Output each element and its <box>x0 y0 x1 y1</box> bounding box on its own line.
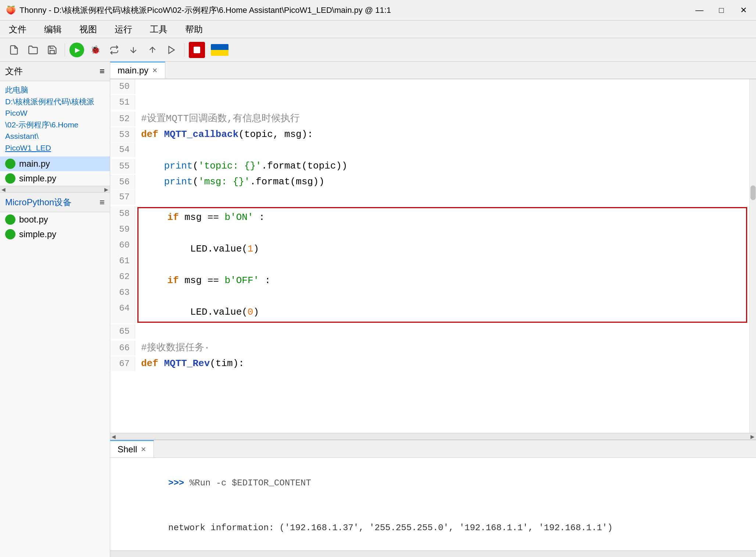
sidebar-horizontal-scroll[interactable]: ◀ ▶ <box>0 186 110 192</box>
shell-command-line: >>> %Run -c $EDITOR_CONTENT <box>110 461 756 506</box>
minimize-button[interactable]: — <box>693 4 706 17</box>
hl-code-61 <box>144 257 746 273</box>
maximize-button[interactable]: □ <box>715 4 728 17</box>
device-section-menu-icon[interactable]: ≡ <box>100 197 105 207</box>
shell-horizontal-scroll[interactable] <box>110 550 756 557</box>
hl-line-num-61: 61 <box>110 254 135 270</box>
device-section: MicroPython设备 ≡ boot.py simple.py <box>0 192 110 557</box>
new-file-button[interactable] <box>6 42 22 58</box>
sidebar-path-line3: \02-示例程序\6.Home Assistant\ <box>5 119 105 142</box>
hl-line-num-58: 58 <box>110 206 135 222</box>
line-code-56: print('msg: {}'.format(msg)) <box>135 174 749 190</box>
hl-code-58: if msg == b'ON' : <box>144 210 746 225</box>
hl-code-63 <box>144 289 746 304</box>
boot-py-icon <box>5 214 15 225</box>
file-section-menu-icon[interactable]: ≡ <box>100 66 105 76</box>
step-into-button[interactable] <box>125 42 141 58</box>
highlight-block: 58 59 60 61 62 63 64 if msg == b'ON' : L… <box>110 206 749 323</box>
line-num-65: 65 <box>110 324 135 339</box>
code-line-57: 57 <box>110 190 749 206</box>
line-code-52: #设置MQTT回调函数,有信息时候执行 <box>135 111 749 127</box>
save-file-button[interactable] <box>44 42 60 58</box>
step-out-button[interactable] <box>144 42 161 58</box>
debug-button[interactable]: 🐞 <box>87 42 103 58</box>
toolbar: ▶ 🐞 <box>0 38 756 62</box>
tab-main-py[interactable]: main.py ✕ <box>110 62 165 79</box>
code-content[interactable]: 50 51 52 #设置MQTT回调函数,有信息时候执行 53 def MQTT… <box>110 79 749 433</box>
code-line-67: 67 def MQTT_Rev(tim): <box>110 356 749 372</box>
line-num-67: 67 <box>110 357 135 371</box>
menu-edit[interactable]: 编辑 <box>41 22 65 37</box>
code-line-65: 65 <box>110 324 749 340</box>
close-button[interactable]: ✕ <box>737 4 750 17</box>
device-simple-py-label: simple.py <box>19 229 56 239</box>
code-editor[interactable]: 50 51 52 #设置MQTT回调函数,有信息时候执行 53 def MQTT… <box>110 79 756 433</box>
menu-view[interactable]: 视图 <box>76 22 100 37</box>
sidebar-file-simple-py[interactable]: simple.py <box>0 171 110 186</box>
editor-tab-bar: main.py ✕ <box>110 62 756 79</box>
title-bar-left: 🍑 Thonny - D:\核桃派例程代码\核桃派PicoW\02-示例程序\6… <box>6 5 391 16</box>
line-num-55: 55 <box>110 159 135 174</box>
sidebar-file-main-py[interactable]: main.py <box>0 156 110 171</box>
title-bar: 🍑 Thonny - D:\核桃派例程代码\核桃派PicoW\02-示例程序\6… <box>0 0 756 21</box>
menu-run[interactable]: 运行 <box>112 22 135 37</box>
menu-tools[interactable]: 工具 <box>147 22 170 37</box>
shell-cmd-1: %Run -c $EDITOR_CONTENT <box>190 478 311 488</box>
code-line-51: 51 <box>110 95 749 111</box>
menu-file[interactable]: 文件 <box>6 22 29 37</box>
title-bar-text: Thonny - D:\核桃派例程代码\核桃派PicoW\02-示例程序\6.H… <box>19 5 391 16</box>
highlight-line-numbers: 58 59 60 61 62 63 64 <box>110 206 135 323</box>
scrollbar-thumb <box>750 185 756 200</box>
tab-main-py-label: main.py <box>118 65 148 76</box>
hl-code-59 <box>144 225 746 241</box>
editor-area: main.py ✕ 50 51 52 #设置MQTT回调 <box>110 62 756 557</box>
editor-horizontal-scroll[interactable]: ◀ ▶ <box>110 433 756 440</box>
hl-line-num-59: 59 <box>110 222 135 238</box>
line-code-67: def MQTT_Rev(tim): <box>135 356 749 372</box>
sidebar: 文件 ≡ 此电脑 D:\核桃派例程代码\核桃派PicoW \02-示例程序\6.… <box>0 62 110 557</box>
resume-button[interactable] <box>163 42 180 58</box>
file-section-title: 文件 <box>5 65 23 77</box>
stop-button[interactable] <box>189 42 205 58</box>
menu-bar: 文件 编辑 视图 运行 工具 帮助 <box>0 21 756 38</box>
tab-close-icon[interactable]: ✕ <box>152 66 158 75</box>
main-py-icon <box>5 159 15 169</box>
line-num-52: 52 <box>110 112 135 126</box>
hl-line-num-63: 63 <box>110 285 135 301</box>
line-code-53: def MQTT_callback(topic, msg): <box>135 127 749 142</box>
scroll-left-arrow[interactable]: ◀ <box>1 187 6 192</box>
line-num-57: 57 <box>110 190 135 205</box>
shell-content[interactable]: >>> %Run -c $EDITOR_CONTENT network info… <box>110 458 756 550</box>
open-file-button[interactable] <box>25 42 41 58</box>
line-code-55: print('topic: {}'.format(topic)) <box>135 158 749 174</box>
sidebar-device-boot-py[interactable]: boot.py <box>0 212 110 227</box>
step-over-button[interactable] <box>106 42 122 58</box>
sidebar-path-line2: D:\核桃派例程代码\核桃派PicoW <box>5 96 105 119</box>
menu-help[interactable]: 帮助 <box>182 22 206 37</box>
run-button[interactable]: ▶ <box>69 43 84 57</box>
simple-py-label: simple.py <box>19 173 56 184</box>
line-num-50: 50 <box>110 79 135 94</box>
simple-py-icon <box>5 173 15 184</box>
hl-code-64: LED.value(0) <box>144 304 746 320</box>
editor-vertical-scrollbar[interactable] <box>749 79 756 433</box>
toolbar-separator-1 <box>65 43 65 57</box>
line-num-54: 54 <box>110 142 135 157</box>
scroll-right-arrow[interactable]: ▶ <box>104 187 108 192</box>
code-line-55: 55 print('topic: {}'.format(topic)) <box>110 158 749 174</box>
editor-scroll-right[interactable]: ▶ <box>750 434 755 440</box>
sidebar-device-simple-py[interactable]: simple.py <box>0 227 110 242</box>
hl-line-num-62: 62 <box>110 270 135 285</box>
hl-line-num-60: 60 <box>110 238 135 254</box>
device-section-title: MicroPython设备 <box>5 196 72 208</box>
tab-shell[interactable]: Shell ✕ <box>110 440 154 457</box>
editor-scroll-left[interactable]: ◀ <box>112 434 116 440</box>
shell-tab-close-icon[interactable]: ✕ <box>141 445 146 453</box>
boot-py-label: boot.py <box>19 214 48 225</box>
sidebar-path-line4: PicoW1_LED <box>5 142 105 154</box>
line-num-66: 66 <box>110 341 135 355</box>
code-line-54: 54 <box>110 142 749 158</box>
toolbar-separator-2 <box>184 43 184 57</box>
window-controls: — □ ✕ <box>693 4 750 17</box>
shell-prompt-1: >>> <box>168 478 190 488</box>
